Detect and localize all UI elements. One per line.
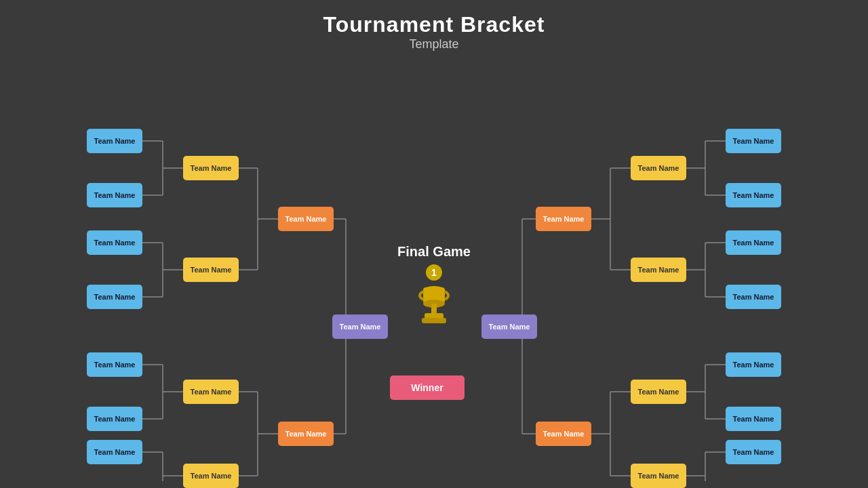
title-area: Tournament Bracket Template: [0, 0, 868, 52]
main-title: Tournament Bracket: [0, 12, 868, 37]
svg-rect-61: [431, 304, 437, 314]
team-r3-2[interactable]: Team Name: [536, 422, 591, 446]
team-r1-4[interactable]: Team Name: [726, 285, 781, 309]
team-l2-3[interactable]: Team Name: [183, 380, 239, 404]
team-r1-2[interactable]: Team Name: [726, 183, 781, 207]
trophy: 1: [414, 264, 454, 332]
winner-box[interactable]: Winner: [390, 375, 465, 400]
team-l1-5[interactable]: Team Name: [87, 352, 142, 377]
team-l1-7[interactable]: Team Name: [87, 440, 142, 464]
team-r2-4[interactable]: Team Name: [631, 464, 686, 488]
team-l1-3[interactable]: Team Name: [87, 230, 142, 255]
svg-text:1: 1: [431, 267, 437, 278]
team-final-right[interactable]: Team Name: [481, 314, 537, 339]
team-l2-2[interactable]: Team Name: [183, 258, 239, 282]
team-r1-3[interactable]: Team Name: [726, 230, 781, 255]
svg-rect-62: [425, 313, 443, 319]
team-r2-1[interactable]: Team Name: [631, 156, 686, 180]
team-r1-6[interactable]: Team Name: [726, 407, 781, 431]
team-l2-1[interactable]: Team Name: [183, 156, 239, 180]
team-r1-1[interactable]: Team Name: [726, 129, 781, 153]
team-l3-1[interactable]: Team Name: [278, 207, 334, 231]
sub-title: Template: [0, 37, 868, 52]
final-game-label: Final Game: [393, 244, 475, 260]
team-l1-4[interactable]: Team Name: [87, 285, 142, 309]
team-r2-2[interactable]: Team Name: [631, 258, 686, 282]
team-l3-2[interactable]: Team Name: [278, 422, 334, 446]
team-l1-6[interactable]: Team Name: [87, 407, 142, 431]
team-r3-1[interactable]: Team Name: [536, 207, 591, 231]
team-r1-7[interactable]: Team Name: [726, 440, 781, 464]
svg-rect-63: [422, 318, 446, 323]
bracket-container: Team Name Team Name Team Name Team Name …: [0, 61, 868, 481]
team-l1-1[interactable]: Team Name: [87, 129, 142, 153]
team-l2-4[interactable]: Team Name: [183, 464, 239, 488]
team-l1-2[interactable]: Team Name: [87, 183, 142, 207]
team-r2-3[interactable]: Team Name: [631, 380, 686, 404]
team-final-left[interactable]: Team Name: [332, 314, 388, 339]
team-r1-5[interactable]: Team Name: [726, 352, 781, 377]
